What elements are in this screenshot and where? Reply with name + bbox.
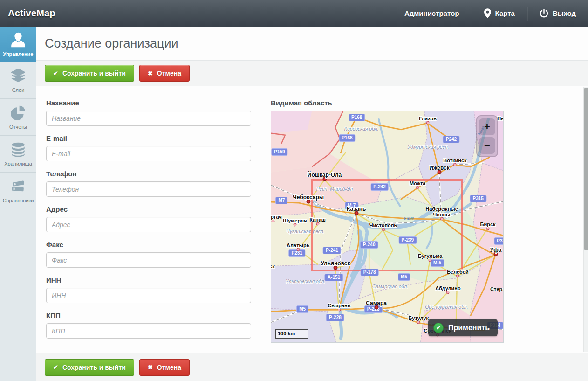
- city-name-label: Сергач: [271, 214, 282, 220]
- cancel-button[interactable]: ✖ Отмена: [139, 65, 190, 82]
- road-number-badge: Р-240: [360, 241, 378, 249]
- map-region-label: Самарская обл.: [372, 284, 408, 289]
- sidebar-item-management[interactable]: Управление: [0, 27, 36, 62]
- road-number-badge: Р159: [271, 148, 287, 156]
- logout-link[interactable]: Выход: [527, 0, 588, 27]
- sidebar: Управление Слои Отчеты Хранилища Справоч…: [0, 27, 36, 381]
- city-name-label: Саранск: [271, 263, 275, 269]
- apply-button[interactable]: ✔ Применить: [428, 319, 498, 336]
- city-dot: [446, 291, 450, 294]
- x-icon: ✖: [148, 364, 153, 371]
- bottom-toolbar: ✔ Сохранить и выйти ✖ Отмена: [36, 353, 588, 381]
- field-address: Адрес: [46, 205, 251, 232]
- sidebar-item-directories[interactable]: Справочники: [0, 173, 36, 209]
- zoom-out-button[interactable]: −: [479, 137, 495, 154]
- name-input[interactable]: [46, 111, 251, 126]
- layers-icon: [1, 68, 35, 84]
- sidebar-item-label: Хранилища: [1, 161, 35, 166]
- kpp-input[interactable]: [46, 323, 251, 339]
- inn-input[interactable]: [46, 288, 251, 303]
- vertical-scrollbar-track[interactable]: [583, 87, 588, 352]
- road-number-badge: Р315: [494, 237, 504, 245]
- sidebar-item-reports[interactable]: Отчеты: [0, 99, 36, 136]
- field-phone: Телефон: [46, 170, 251, 197]
- sidebar-item-label: Отчеты: [1, 124, 35, 130]
- check-icon: ✔: [53, 364, 58, 371]
- sidebar-item-layers[interactable]: Слои: [0, 62, 36, 99]
- city-name-label: Чистополь: [369, 222, 397, 228]
- power-icon: [540, 9, 548, 18]
- top-toolbar: ✔ Сохранить и выйти ✖ Отмена: [36, 61, 588, 86]
- visible-area-panel: Видимая область: [271, 99, 504, 343]
- city-name-label: Глазов: [419, 116, 437, 121]
- current-user-label: Администратор: [392, 0, 472, 27]
- city-name-label: Чебоксары: [293, 194, 324, 200]
- fax-input[interactable]: [46, 252, 251, 268]
- city-name-label: Можга: [410, 180, 425, 186]
- cancel-button[interactable]: ✖ Отмена: [139, 359, 190, 376]
- location-pin-icon: [484, 8, 491, 18]
- road-number-badge: Р-228: [326, 314, 344, 321]
- city-dot: [271, 219, 274, 222]
- city-dot: [293, 223, 296, 227]
- city-name-label: Ижевск: [429, 165, 449, 171]
- organization-form: Название E-mail Телефон Адрес Факс ИНН: [46, 99, 251, 347]
- city-name-label: Самара: [366, 300, 387, 306]
- road-number-badge: Р-242: [370, 183, 389, 191]
- map-link[interactable]: Карта: [472, 0, 527, 27]
- vertical-scrollbar-thumb[interactable]: [584, 88, 588, 250]
- road-number-badge: Р242: [443, 136, 459, 143]
- sidebar-item-label: Справочники: [1, 198, 35, 203]
- map-canvas[interactable]: Кировская обл.Удмуртская респ.Респ. Мари…: [271, 111, 504, 343]
- city-name-label: Бугульма: [418, 253, 442, 259]
- field-label: Адрес: [46, 205, 251, 213]
- title-band: Создание организации: [36, 27, 588, 61]
- sidebar-item-label: Слои: [1, 87, 35, 93]
- city-name-label: Белебей: [447, 269, 469, 275]
- field-label: Название: [46, 99, 251, 107]
- city-name-label: Пермь: [497, 116, 504, 121]
- road-number-badge: М5: [296, 305, 308, 313]
- city-name-label: Алатырь: [287, 242, 309, 248]
- zoom-in-button[interactable]: +: [479, 118, 495, 135]
- sidebar-item-label: Управление: [1, 51, 35, 57]
- road-number-badge: А-151: [325, 274, 343, 281]
- main-content: Создание организации ✔ Сохранить и выйти…: [36, 27, 588, 381]
- city-name-label: Бирск: [480, 222, 496, 227]
- map-region-label: Удмуртская респ.: [408, 144, 449, 150]
- map-panel-label: Видимая область: [271, 99, 504, 107]
- app-logo: ActiveMap: [8, 8, 55, 19]
- save-and-exit-button[interactable]: ✔ Сохранить и выйти: [45, 65, 134, 82]
- road-number-badge: Р-239: [398, 236, 417, 244]
- field-name: Название: [46, 99, 251, 126]
- map-scale-bar: 100 km: [275, 329, 308, 339]
- city-name-label: Уфа: [490, 247, 502, 253]
- road-number-badge: Р-241: [323, 247, 341, 254]
- check-circle-icon: ✔: [433, 323, 444, 333]
- city-name-label: Воткинск: [443, 158, 466, 163]
- field-label: Факс: [46, 241, 251, 249]
- city-name-label: Йошкар-Ола: [308, 172, 342, 178]
- email-input[interactable]: [46, 146, 251, 161]
- city-dot: [456, 274, 459, 277]
- field-inn: ИНН: [46, 276, 251, 303]
- city-name-label: Ульяновск: [321, 261, 350, 266]
- city-dot: [486, 227, 490, 230]
- save-and-exit-button[interactable]: ✔ Сохранить и выйти: [45, 359, 134, 376]
- field-label: E-mail: [46, 134, 251, 142]
- road-number-badge: Р315: [470, 195, 486, 202]
- phone-input[interactable]: [46, 181, 251, 197]
- city-dot: [382, 228, 385, 231]
- map-region-label: Оренбургская обл.: [425, 304, 468, 310]
- field-label: ИНН: [46, 276, 251, 284]
- city-dot: [453, 163, 457, 166]
- city-name-label: Казань: [347, 206, 366, 212]
- city-dot: [429, 258, 432, 262]
- check-icon: ✔: [53, 70, 58, 77]
- address-input[interactable]: [46, 217, 251, 232]
- field-label: КПП: [46, 312, 251, 319]
- city-name-label: Набережные Челны: [425, 206, 458, 217]
- map-zoom-control: + −: [476, 115, 498, 157]
- sidebar-item-storages[interactable]: Хранилища: [0, 136, 36, 173]
- city-name-label: Бузулук: [409, 315, 429, 321]
